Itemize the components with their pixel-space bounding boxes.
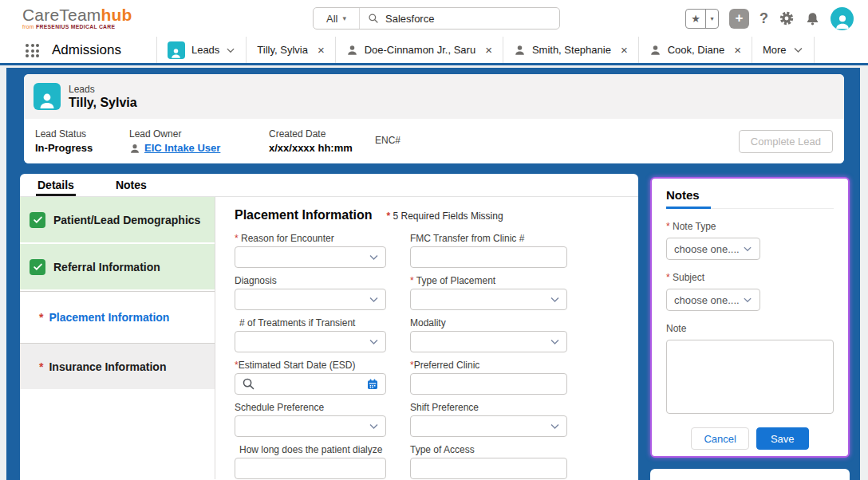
careteamhub-logo[interactable]: CareTeamhub from FRESENIUS MEDICAL CARE	[22, 6, 132, 30]
type-of-access-input[interactable]	[410, 458, 567, 479]
treatments-if-transient-select[interactable]	[235, 331, 386, 352]
subject-label: * Subject	[666, 272, 834, 283]
chevron-down-icon	[550, 336, 560, 347]
field-lead-owner: Lead Owner EIC Intake User	[129, 128, 269, 154]
shift-preference-select[interactable]	[410, 415, 567, 437]
lead-object-icon	[34, 83, 61, 110]
global-add-icon[interactable]: +	[729, 9, 749, 29]
chevron-down-icon	[793, 45, 803, 55]
required-icon: *	[39, 360, 43, 373]
section-nav: Patient/Lead Demographics Referral Infor…	[20, 197, 215, 479]
modality-select[interactable]	[410, 331, 567, 352]
save-button[interactable]: Save	[756, 427, 809, 450]
logo-brand-accent: hub	[101, 6, 132, 24]
section-patient-lead-demographics[interactable]: Patient/Lead Demographics	[20, 197, 215, 244]
tab-cook-diane[interactable]: Cook, Diane ×	[639, 37, 752, 63]
secondary-side-card	[650, 469, 850, 480]
type-of-placement-select[interactable]	[410, 289, 567, 310]
global-search: All ▾ Salesforce	[313, 7, 560, 30]
help-icon[interactable]: ?	[760, 10, 768, 27]
person-icon	[129, 143, 140, 154]
field-enc-number: ENC#	[375, 135, 739, 148]
subject-select[interactable]: choose one....	[666, 289, 760, 311]
tab-more[interactable]: More	[752, 37, 815, 63]
field-treatments-if-transient: # of Treatments if Transient	[235, 317, 386, 352]
lead-owner-link[interactable]: EIC Intake User	[144, 142, 220, 154]
estimated-start-date-input[interactable]	[235, 373, 386, 395]
logo-tagline: from FRESENIUS MEDICAL CARE	[22, 25, 132, 30]
search-scope-dropdown[interactable]: All ▾	[314, 8, 360, 29]
diagnosis-select[interactable]	[235, 289, 386, 310]
tab-doe-cinnamon[interactable]: Doe-Cinnamon Jr., Saru ×	[336, 37, 503, 63]
chevron-down-icon[interactable]	[226, 45, 235, 55]
tab-details[interactable]: Details	[36, 174, 76, 196]
placement-information-form: Placement Information * 5 Required Field…	[215, 197, 638, 479]
setup-gear-icon[interactable]	[779, 10, 795, 26]
schedule-preference-select[interactable]	[235, 415, 386, 437]
notes-panel-title: Notes	[666, 188, 711, 209]
field-preferred-clinic: *Preferred Clinic	[410, 360, 567, 395]
search-icon	[242, 377, 255, 391]
app-launcher-icon[interactable]	[26, 44, 39, 57]
note-type-placeholder: choose one....	[674, 243, 740, 255]
field-diagnosis: Diagnosis	[235, 275, 386, 310]
tab-leads-label: Leads	[191, 44, 219, 56]
notifications-bell-icon[interactable]	[805, 11, 820, 26]
logo-text: CareTeamhub	[22, 6, 132, 23]
favorites-dropdown-icon[interactable]: ▾	[706, 15, 718, 22]
how-long-dialyze-input[interactable]	[235, 458, 386, 479]
complete-lead-button[interactable]: Complete Lead	[739, 130, 833, 153]
chevron-down-icon	[743, 295, 752, 305]
field-schedule-preference: Schedule Preference	[235, 402, 386, 437]
tab-label: Tilly, Sylvia	[257, 44, 308, 56]
field-fmc-transfer-clinic: FMC Transfer from Clinic #	[410, 233, 567, 268]
tab-label: Smith, Stephanie	[532, 44, 611, 56]
chevron-down-icon	[369, 252, 379, 262]
dropdown-triangle-icon: ▾	[342, 14, 346, 22]
field-type-of-placement: * Type of Placement	[410, 275, 567, 310]
chevron-down-icon	[369, 294, 379, 305]
note-textarea[interactable]	[666, 340, 834, 414]
preferred-clinic-input[interactable]	[410, 373, 567, 395]
record-highlights-row: Lead Status In-Progress Lead Owner EIC I…	[24, 119, 844, 163]
tab-notes[interactable]: Notes	[114, 174, 148, 196]
console-canvas: Leads Tilly, Sylvia Lead Status In-Progr…	[6, 68, 860, 480]
favorites-button[interactable]: ★ ▾	[685, 9, 719, 29]
close-icon[interactable]: ×	[734, 43, 741, 57]
star-icon[interactable]: ★	[686, 10, 706, 28]
fmc-transfer-clinic-input[interactable]	[410, 246, 567, 268]
search-input[interactable]: Salesforce	[360, 8, 559, 29]
section-placement-information[interactable]: * Placement Information	[20, 291, 215, 344]
user-avatar[interactable]	[831, 7, 854, 30]
field-created-date: Created Date x/xx/xxxx hh:mm	[269, 128, 375, 154]
required-icon: *	[39, 311, 43, 324]
lead-object-icon	[168, 41, 185, 59]
record-title-row: Leads Tilly, Sylvia	[24, 74, 844, 119]
reason-for-encounter-select[interactable]	[235, 246, 386, 268]
tab-label: Cook, Diane	[668, 44, 725, 56]
person-icon	[346, 44, 358, 56]
note-type-select[interactable]: choose one....	[666, 238, 760, 260]
tab-leads[interactable]: Leads	[156, 37, 247, 63]
lead-details-panel: Details Notes Patient/Lead Demographics …	[20, 174, 638, 480]
tab-tilly-sylvia[interactable]: Tilly, Sylvia ×	[247, 37, 335, 63]
required-fields-warning: * 5 Required Fields Missing	[386, 210, 503, 222]
calendar-icon[interactable]	[366, 378, 379, 391]
close-icon[interactable]: ×	[485, 43, 492, 57]
page-title: Tilly, Sylvia	[69, 96, 137, 110]
person-icon	[649, 44, 661, 56]
section-insurance-information[interactable]: * Insurance Information	[20, 344, 215, 390]
chevron-down-icon	[369, 336, 379, 347]
close-icon[interactable]: ×	[621, 43, 628, 57]
section-referral-information[interactable]: Referral Information	[20, 244, 215, 291]
logo-brand: CareTeam	[22, 6, 101, 24]
form-title: Placement Information	[235, 208, 372, 222]
person-icon	[514, 44, 526, 56]
close-icon[interactable]: ×	[318, 43, 325, 57]
header-actions: ★ ▾ + ?	[685, 0, 854, 37]
chevron-down-icon	[743, 244, 752, 254]
check-icon	[30, 212, 45, 228]
tab-smith-stephanie[interactable]: Smith, Stephanie ×	[503, 37, 639, 63]
cancel-button[interactable]: Cancel	[691, 427, 748, 450]
subject-placeholder: choose one....	[674, 294, 740, 306]
